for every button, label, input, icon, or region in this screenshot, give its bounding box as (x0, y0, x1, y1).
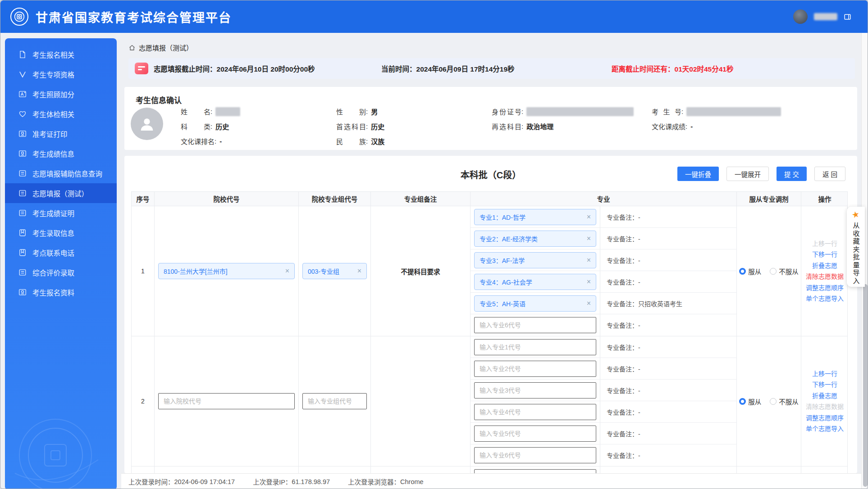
action-link[interactable]: 折叠志愿 (812, 390, 837, 402)
selection-chip[interactable]: 专业2：AE-经济学类× (474, 231, 596, 247)
volunteer-table: 序号院校代号院校专业组代号专业组备注专业服从专业调剂操作18100-兰州大学[兰… (131, 191, 848, 473)
home-icon (128, 44, 136, 51)
action-link[interactable]: 折叠志愿 (812, 260, 837, 272)
sidebar-item[interactable]: 考生成绩证明 (5, 203, 117, 223)
sidebar-item-label: 志愿填报（测试） (32, 188, 88, 198)
group-code-input[interactable] (302, 393, 367, 409)
candidate-info-grid: 姓名:性别:男身份证号:考生号:科类:历史首选科目:历史再选科目:政治地理文化课… (181, 104, 853, 149)
selection-chip[interactable]: 8100-兰州大学[兰州市]× (158, 263, 295, 279)
remove-icon[interactable]: × (584, 299, 591, 308)
action-link[interactable]: 下移一行 (812, 249, 837, 260)
major-code-input[interactable] (474, 361, 596, 377)
radio-checked[interactable] (739, 398, 746, 405)
radio-unchecked[interactable] (770, 398, 777, 405)
remove-icon[interactable]: × (355, 267, 361, 275)
major-note-cell: 专业备注：- (600, 271, 737, 293)
breadcrumb-label: 志愿填报（测试） (139, 43, 193, 52)
major-code-input[interactable] (474, 426, 596, 442)
sidebar-item[interactable]: 考生录取信息 (5, 223, 117, 243)
info-field: 民族:汉族 (336, 136, 492, 146)
column-header: 序号 (132, 192, 155, 206)
sidebar-item[interactable]: 综合评价录取 (5, 263, 117, 282)
favorites-import-label: 从收藏夹批量导入 (851, 222, 861, 285)
sidebar-item[interactable]: 考生成绩信息 (5, 144, 117, 163)
info-field-label: 文化课成绩 (652, 122, 685, 131)
expand-all-button[interactable]: 一键展开 (726, 167, 769, 181)
major-code-input[interactable] (474, 469, 596, 473)
collapse-all-button[interactable]: 一键折叠 (677, 167, 719, 181)
back-button[interactable]: 返 回 (814, 167, 845, 181)
sidebar-item-label: 综合评价录取 (32, 267, 74, 277)
major-cell: 专业2：AE-经济学类× (471, 228, 600, 249)
radio-label[interactable]: 服从 (748, 267, 761, 276)
selection-chip[interactable]: 专业1：AD-哲学× (474, 209, 596, 225)
deadline-time: 志愿填报截止时间：2024年06月10日 20时00分00秒 (154, 58, 315, 79)
obey-adjustment-cell: 服从不服从 (737, 206, 801, 336)
major-cell (471, 401, 600, 423)
selection-chip[interactable]: 003-专业组× (302, 263, 367, 279)
obey-adjustment-cell (737, 466, 801, 473)
major-code-input[interactable] (474, 382, 596, 398)
info-field-label: 姓名 (181, 107, 210, 116)
major-code-input[interactable] (474, 339, 596, 355)
remove-icon[interactable]: × (584, 278, 591, 286)
major-code-input[interactable] (474, 404, 596, 420)
action-link[interactable]: 调整志愿顺序 (806, 282, 844, 294)
remove-icon[interactable]: × (584, 256, 591, 264)
sidebar-item[interactable]: 考点联系电话 (5, 243, 117, 263)
sidebar-item[interactable]: 考生专项资格 (5, 64, 117, 84)
radio-checked[interactable] (739, 268, 746, 275)
action-link[interactable]: 单个志愿导入 (806, 423, 844, 435)
info-field-label: 科类 (181, 122, 210, 131)
radio-label[interactable]: 不服从 (779, 267, 799, 276)
group-note-cell (371, 466, 471, 473)
sidebar-item[interactable]: 考生照顾加分 (5, 84, 117, 104)
info-field: 姓名: (181, 107, 336, 116)
sidebar-item[interactable]: 志愿填报（测试） (5, 183, 117, 203)
table-row: 18100-兰州大学[兰州市]×003-专业组×不提科目要求专业1：AD-哲学×… (132, 206, 847, 336)
radio-unchecked[interactable] (770, 268, 777, 275)
scrollbar-thumb[interactable] (863, 284, 868, 487)
major-note-cell: 专业备注：- (600, 401, 737, 423)
sidebar-item[interactable]: 考生体检相关 (5, 104, 117, 124)
favorites-import-button[interactable]: ★ 从收藏夹批量导入 (847, 207, 865, 287)
info-field-value: 汉族 (371, 136, 384, 146)
window-control-icon[interactable] (844, 13, 851, 21)
remove-icon[interactable]: × (584, 213, 591, 221)
action-link[interactable]: 单个志愿导入 (806, 293, 844, 304)
selection-chip[interactable]: 专业5：AH-英语× (474, 295, 596, 312)
selection-chip[interactable]: 专业4：AG-社会学× (474, 274, 596, 290)
action-link[interactable]: 调整志愿顺序 (806, 412, 844, 424)
column-header: 专业 (471, 192, 737, 206)
user-avatar[interactable] (793, 9, 808, 24)
major-note-cell: 专业备注：- (600, 206, 737, 228)
major-note-cell: 专业备注：- (600, 423, 737, 444)
major-note-cell: 专业备注：- (600, 228, 737, 249)
college-cell (155, 466, 299, 473)
remove-icon[interactable]: × (584, 235, 591, 243)
action-link[interactable]: 上移一行 (812, 368, 837, 380)
major-code-input[interactable] (474, 317, 596, 333)
submit-button[interactable]: 提 交 (777, 167, 807, 181)
college-code-input[interactable] (158, 393, 295, 409)
sidebar-item[interactable]: 考生报名资料 (5, 282, 117, 302)
column-header: 服从专业调剂 (737, 192, 801, 206)
breadcrumb[interactable]: 志愿填报（测试） (128, 43, 193, 52)
info-field-label: 首选科目 (336, 122, 366, 131)
action-link[interactable]: 下移一行 (812, 379, 837, 390)
major-cell: 专业3：AF-法学× (471, 249, 600, 271)
radio-label[interactable]: 服从 (748, 397, 761, 406)
sidebar-item[interactable]: 考生报名相关 (5, 45, 117, 64)
sidebar-item-label: 准考证打印 (32, 129, 68, 139)
last-login-ip: 上次登录IP：61.178.98.97 (253, 477, 330, 486)
remove-icon[interactable]: × (283, 267, 289, 275)
major-code-input[interactable] (474, 447, 596, 463)
sidebar-item[interactable]: 志愿填报辅助信息查询 (5, 163, 117, 183)
candidate-photo-placeholder (131, 108, 163, 140)
sidebar-item[interactable]: 准考证打印 (5, 124, 117, 144)
selection-chip[interactable]: 专业3：AF-法学× (474, 252, 596, 268)
action-link[interactable]: 清除志愿数据 (806, 271, 844, 282)
chip-label: 专业2：AE-经济学类 (480, 234, 584, 243)
radio-label[interactable]: 不服从 (779, 397, 799, 406)
redacted-value (526, 107, 634, 116)
